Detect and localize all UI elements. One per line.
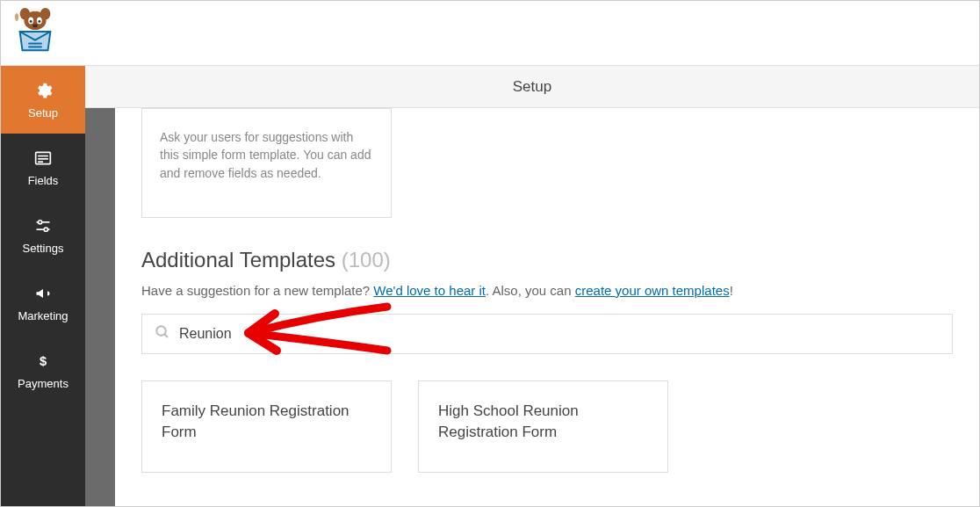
svg-point-6 — [38, 20, 40, 23]
template-search-input[interactable] — [179, 326, 940, 342]
sliders-icon — [32, 215, 54, 236]
sidebar-item-label: Marketing — [18, 309, 68, 322]
svg-point-17 — [44, 228, 47, 231]
setup-body: Ask your users for suggestions with this… — [115, 108, 979, 506]
svg-point-2 — [40, 8, 51, 20]
suggestion-link-create[interactable]: create your own templates — [575, 283, 730, 298]
page-title: Setup — [513, 78, 551, 96]
svg-point-19 — [156, 326, 166, 336]
section-count: (100) — [342, 248, 391, 272]
sidebar-item-label: Fields — [28, 174, 59, 187]
bullhorn-icon — [32, 283, 54, 304]
svg-point-1 — [20, 8, 31, 20]
template-description-text: Ask your users for suggestions with this… — [160, 130, 371, 180]
suggestion-pre-text: Have a suggestion for a new template? — [141, 283, 373, 298]
wpforms-logo — [10, 6, 61, 59]
sidebar-item-fields[interactable]: Fields — [1, 134, 85, 201]
template-result-card[interactable]: High School Reunion Registration Form — [418, 380, 668, 474]
search-icon — [155, 324, 170, 344]
svg-point-5 — [30, 20, 32, 23]
svg-point-15 — [39, 221, 42, 224]
sidebar-nav: Setup Fields Settings Marketing $ Paymen… — [1, 66, 85, 506]
suggestion-mid-text: . Also, you can — [486, 283, 575, 298]
template-description-card: Ask your users for suggestions with this… — [141, 108, 392, 218]
sidebar-item-setup[interactable]: Setup — [1, 66, 85, 134]
template-results: Family Reunion Registration Form High Sc… — [141, 380, 953, 474]
sidebar-item-label: Settings — [23, 242, 64, 255]
list-icon — [32, 148, 54, 169]
sidebar-item-marketing[interactable]: Marketing — [1, 269, 85, 337]
template-search-box[interactable] — [141, 314, 953, 354]
sidebar-item-payments[interactable]: $ Payments — [1, 337, 85, 404]
suggestion-post-text: ! — [730, 283, 733, 298]
gear-icon — [32, 80, 54, 101]
dollar-icon: $ — [32, 351, 54, 372]
template-result-title: Family Reunion Registration Form — [162, 402, 349, 440]
svg-text:$: $ — [40, 354, 47, 368]
page-header: Setup — [85, 66, 979, 108]
suggestion-line: Have a suggestion for a new template? We… — [141, 283, 953, 298]
svg-line-20 — [164, 334, 168, 337]
template-result-card[interactable]: Family Reunion Registration Form — [141, 380, 392, 474]
sidebar-item-label: Payments — [18, 377, 68, 390]
app-top-bar — [1, 1, 979, 66]
svg-point-7 — [32, 24, 38, 27]
content-area: Setup Ask your users for suggestions wit… — [85, 66, 979, 506]
section-title: Additional Templates (100) — [141, 248, 953, 272]
template-result-title: High School Reunion Registration Form — [438, 402, 579, 440]
section-title-text: Additional Templates — [141, 248, 335, 272]
sidebar-item-label: Setup — [28, 106, 58, 120]
sidebar-item-settings[interactable]: Settings — [1, 201, 85, 269]
suggestion-link-hear[interactable]: We'd love to hear it — [373, 283, 486, 298]
